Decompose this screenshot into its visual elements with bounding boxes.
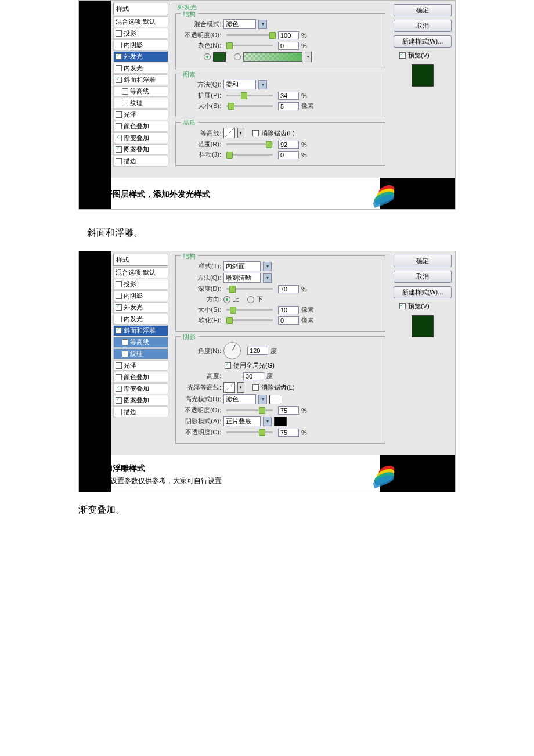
technique-select[interactable]: 柔和 [223, 80, 256, 89]
checkbox-icon[interactable] [252, 384, 259, 391]
checkbox-icon[interactable] [116, 386, 122, 392]
checkbox-icon[interactable] [116, 316, 122, 322]
opacity-input[interactable]: 100 [278, 31, 299, 39]
sidebar-item-contour[interactable]: 等高线 [113, 337, 168, 348]
checkbox-icon[interactable] [116, 293, 122, 299]
chevron-down-icon[interactable]: ▾ [305, 52, 312, 62]
spread-input[interactable]: 34 [278, 92, 299, 100]
angle-dial[interactable] [223, 342, 241, 359]
highlight-mode-select[interactable]: 滤色 [223, 394, 256, 404]
direction-down-radio[interactable] [247, 296, 254, 303]
sidebar-item-outer-glow[interactable]: 外发光 [113, 302, 168, 313]
depth-slider[interactable] [226, 288, 273, 290]
gloss-contour-picker[interactable] [223, 382, 235, 393]
checkbox-icon[interactable] [116, 158, 122, 164]
noise-input[interactable]: 0 [278, 42, 299, 50]
sidebar-item-inner-shadow[interactable]: 内阴影 [113, 290, 168, 301]
checkbox-icon[interactable] [116, 409, 122, 415]
spread-slider[interactable] [226, 95, 273, 96]
sidebar-item-inner-glow[interactable]: 内发光 [113, 63, 168, 74]
angle-input[interactable]: 120 [247, 347, 268, 355]
sidebar-item-color-overlay[interactable]: 颜色叠加 [113, 121, 168, 132]
sidebar-item-texture[interactable]: 纹理 [113, 98, 168, 109]
shadow-opacity-input[interactable]: 75 [278, 429, 299, 437]
sidebar-item-gradient-overlay[interactable]: 渐变叠加 [113, 383, 168, 394]
color-swatch[interactable] [213, 52, 226, 62]
sidebar-item-satin[interactable]: 光泽 [113, 360, 168, 371]
sidebar-item-pattern-overlay[interactable]: 图案叠加 [113, 144, 168, 155]
checkbox-icon[interactable] [116, 146, 122, 153]
checkbox-icon[interactable] [116, 281, 122, 287]
checkbox-icon[interactable] [116, 111, 122, 118]
sidebar-item-inner-shadow[interactable]: 内阴影 [113, 39, 168, 51]
highlight-opacity-slider[interactable] [226, 409, 273, 411]
sidebar-item-texture[interactable]: 纹理 [113, 348, 168, 359]
contour-picker[interactable] [223, 128, 235, 138]
direction-up-radio[interactable] [223, 296, 230, 303]
sidebar-item-blend-options[interactable]: 混合选项:默认 [113, 267, 168, 278]
chevron-down-icon[interactable]: ▾ [258, 20, 267, 29]
opacity-slider[interactable] [226, 34, 273, 36]
new-style-button[interactable]: 新建样式(W)... [394, 286, 452, 298]
shadow-opacity-slider[interactable] [226, 431, 273, 433]
noise-slider[interactable] [226, 45, 273, 46]
chevron-down-icon[interactable]: ▾ [258, 80, 267, 89]
checkbox-icon[interactable] [116, 304, 122, 311]
chevron-down-icon[interactable]: ▾ [237, 382, 244, 393]
chevron-down-icon[interactable]: ▾ [263, 417, 272, 426]
checkbox-icon[interactable] [116, 123, 122, 129]
sidebar-item-stroke[interactable]: 描边 [113, 406, 168, 417]
sidebar-item-blend-options[interactable]: 混合选项:默认 [113, 16, 168, 27]
shadow-mode-select[interactable]: 正片叠底 [223, 416, 261, 426]
range-slider[interactable] [226, 143, 273, 145]
sidebar-item-satin[interactable]: 光泽 [113, 109, 168, 120]
sidebar-item-color-overlay[interactable]: 颜色叠加 [113, 372, 168, 383]
checkbox-icon[interactable] [399, 303, 406, 309]
jitter-slider[interactable] [226, 154, 273, 156]
checkbox-icon[interactable] [116, 135, 122, 141]
soften-input[interactable]: 0 [278, 316, 299, 325]
sidebar-item-drop-shadow[interactable]: 投影 [113, 279, 168, 290]
depth-input[interactable]: 70 [278, 285, 299, 293]
checkbox-icon[interactable] [116, 65, 122, 71]
chevron-down-icon[interactable]: ▾ [263, 262, 272, 271]
size-input[interactable]: 10 [278, 306, 299, 314]
sidebar-item-pattern-overlay[interactable]: 图案叠加 [113, 395, 168, 406]
sidebar-item-bevel-emboss[interactable]: 斜面和浮雕 [113, 74, 168, 85]
size-input[interactable]: 5 [278, 102, 299, 110]
altitude-input[interactable]: 30 [243, 372, 264, 380]
checkbox-icon[interactable] [122, 88, 128, 95]
highlight-opacity-input[interactable]: 75 [278, 406, 299, 415]
sidebar-item-contour[interactable]: 等高线 [113, 86, 168, 97]
sidebar-item-inner-glow[interactable]: 内发光 [113, 314, 168, 325]
checkbox-icon[interactable] [122, 351, 128, 357]
sidebar-item-drop-shadow[interactable]: 投影 [113, 28, 168, 39]
highlight-color-swatch[interactable] [269, 395, 282, 404]
checkbox-icon[interactable] [116, 42, 122, 48]
checkbox-icon[interactable] [122, 100, 128, 106]
checkbox-icon[interactable] [252, 130, 259, 136]
soften-slider[interactable] [226, 319, 273, 321]
checkbox-icon[interactable] [116, 362, 122, 369]
checkbox-icon[interactable] [116, 77, 122, 83]
size-slider[interactable] [226, 105, 273, 107]
technique-select[interactable]: 雕刻清晰 [223, 273, 261, 283]
chevron-down-icon[interactable]: ▾ [263, 273, 272, 283]
color-radio[interactable] [204, 53, 211, 60]
ok-button[interactable]: 确定 [394, 255, 452, 267]
chevron-down-icon[interactable]: ▾ [258, 395, 267, 404]
size-slider[interactable] [226, 309, 273, 311]
chevron-down-icon[interactable]: ▾ [237, 128, 244, 138]
sidebar-item-bevel-emboss[interactable]: 斜面和浮雕 [113, 325, 168, 336]
checkbox-icon[interactable] [116, 53, 122, 60]
checkbox-icon[interactable] [399, 52, 406, 59]
checkbox-icon[interactable] [116, 30, 122, 37]
style-select[interactable]: 内斜面 [223, 261, 261, 271]
shadow-color-swatch[interactable] [274, 417, 287, 426]
checkbox-icon[interactable] [122, 339, 128, 345]
gradient-preview[interactable] [243, 52, 302, 62]
sidebar-item-gradient-overlay[interactable]: 渐变叠加 [113, 132, 168, 143]
jitter-input[interactable]: 0 [278, 151, 299, 159]
new-style-button[interactable]: 新建样式(W)... [394, 35, 452, 48]
checkbox-icon[interactable] [116, 374, 122, 380]
